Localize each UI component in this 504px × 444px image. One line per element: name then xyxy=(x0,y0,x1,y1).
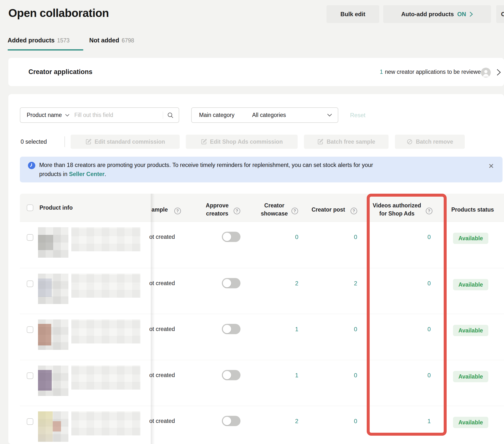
divider xyxy=(64,136,65,147)
approve-creators-toggle[interactable] xyxy=(222,416,240,426)
applications-count: 1 xyxy=(380,69,383,75)
approve-creators-toggle[interactable] xyxy=(222,370,240,380)
status-badge: Available xyxy=(453,417,488,428)
creator-showcase-count[interactable]: 1 xyxy=(262,326,298,333)
toggle-knob xyxy=(223,325,231,333)
product-image-blurred xyxy=(38,366,68,396)
creator-post-count[interactable]: 0 xyxy=(320,233,357,241)
table-row: ot created 1 0 0 Available xyxy=(20,314,504,360)
batch-remove-button[interactable]: Batch remove xyxy=(395,135,465,149)
row-checkbox[interactable] xyxy=(27,280,33,287)
input-divider xyxy=(163,111,163,119)
stock-alert-banner: More than 18 creators are promoting your… xyxy=(20,157,503,182)
status-badge: Available xyxy=(453,233,488,244)
help-icon[interactable]: ? xyxy=(234,208,240,214)
showcase-line1: Creator xyxy=(259,202,290,210)
help-icon[interactable]: ? xyxy=(426,208,432,214)
chevron-down-icon xyxy=(327,114,332,116)
tab-added-products[interactable]: Added products 1573 xyxy=(8,37,70,44)
edit-standard-commission-label: Edit standard commission xyxy=(95,139,165,145)
select-all-checkbox[interactable] xyxy=(27,204,33,211)
bulk-edit-button[interactable]: Bulk edit xyxy=(326,5,379,23)
creator-showcase-count[interactable]: 0 xyxy=(262,233,298,241)
category-label: Main category xyxy=(199,112,234,118)
column-videos-authorized: Videos authorized for Shop Ads xyxy=(371,202,423,218)
creator-post-count[interactable]: 0 xyxy=(320,326,357,333)
creator-showcase-count[interactable]: 2 xyxy=(262,280,298,287)
tab-not-added[interactable]: Not added 6798 xyxy=(89,37,134,44)
search-icon[interactable] xyxy=(167,112,174,119)
videos-line2: for Shop Ads xyxy=(371,210,423,218)
creator-post-count[interactable]: 2 xyxy=(320,280,357,287)
batch-free-sample-label: Batch free sample xyxy=(326,139,375,145)
help-icon[interactable]: ? xyxy=(174,208,181,214)
approve-creators-toggle[interactable] xyxy=(222,232,240,242)
status-badge: Available xyxy=(453,279,488,290)
help-icon[interactable]: ? xyxy=(351,208,357,214)
creator-post-count[interactable]: 0 xyxy=(320,372,357,379)
videos-authorized-count[interactable]: 0 xyxy=(394,280,431,287)
partial-cutoff-button[interactable]: C xyxy=(496,5,504,23)
table-row: ot created 1 0 0 Available xyxy=(20,360,504,406)
product-image-blurred xyxy=(38,319,68,350)
banner-close-icon[interactable]: ✕ xyxy=(488,163,494,170)
column-sample-partial: ample xyxy=(151,206,168,213)
approve-creators-toggle[interactable] xyxy=(222,324,240,334)
avatar xyxy=(481,68,491,77)
column-approve-creators: Approve creators xyxy=(203,202,231,218)
reset-button[interactable]: Reset xyxy=(350,107,365,123)
row-checkbox[interactable] xyxy=(27,418,33,425)
column-creator-post: Creator post xyxy=(312,206,345,213)
edit-icon xyxy=(317,139,324,145)
edit-icon xyxy=(201,139,207,145)
column-creator-showcase: Creator showcase xyxy=(259,202,290,218)
creator-showcase-count[interactable]: 1 xyxy=(262,372,298,379)
approve-creators-toggle[interactable] xyxy=(222,278,240,288)
seller-center-link[interactable]: Seller Center xyxy=(69,171,105,177)
sample-status: ot created xyxy=(149,279,175,287)
product-image-blurred xyxy=(38,411,68,442)
partial-button-label: C xyxy=(501,11,504,18)
videos-authorized-count[interactable]: 0 xyxy=(394,233,431,241)
edit-shop-ads-commission-label: Edit Shop Ads commission xyxy=(210,139,283,145)
product-image-blurred xyxy=(38,227,68,258)
table-row: ot created 2 2 0 Available xyxy=(20,268,504,314)
showcase-line2: showcase xyxy=(259,210,290,218)
toggle-knob xyxy=(223,371,231,379)
bulk-edit-label: Bulk edit xyxy=(341,11,365,18)
column-product-info: Product info xyxy=(39,194,72,222)
creator-post-count[interactable]: 0 xyxy=(320,418,357,425)
row-checkbox[interactable] xyxy=(27,326,33,333)
applications-chevron-right-icon[interactable] xyxy=(497,69,501,77)
sample-status: ot created xyxy=(149,325,175,333)
auto-add-products-button[interactable]: Auto-add products ON xyxy=(383,5,491,23)
sample-status: ot created xyxy=(149,233,175,240)
chevron-down-icon xyxy=(65,114,69,116)
product-text-blurred xyxy=(71,411,141,435)
banner-line1: More than 18 creators are promoting your… xyxy=(39,161,373,170)
toggle-knob xyxy=(223,233,231,241)
tab-not-added-label: Not added xyxy=(89,37,119,44)
search-field-selector[interactable]: Product name xyxy=(27,112,62,118)
videos-authorized-count[interactable]: 0 xyxy=(394,372,431,379)
creator-showcase-count[interactable]: 2 xyxy=(262,418,298,425)
product-text-blurred xyxy=(71,366,141,389)
creator-applications-card: Creator applications 1new creator applic… xyxy=(8,58,504,86)
main-category-select[interactable]: Main category All categories xyxy=(191,107,338,123)
row-checkbox[interactable] xyxy=(27,372,33,379)
selected-count: 0 selected xyxy=(21,135,47,149)
edit-shop-ads-commission-button[interactable]: Edit Shop Ads commission xyxy=(186,135,298,149)
approve-line2: creators xyxy=(203,210,231,218)
category-value: All categories xyxy=(252,112,286,118)
batch-free-sample-button[interactable]: Batch free sample xyxy=(304,135,389,149)
product-image-blurred xyxy=(38,274,68,304)
tab-added-count: 1573 xyxy=(57,37,70,44)
edit-standard-commission-button[interactable]: Edit standard commission xyxy=(71,135,180,149)
row-checkbox[interactable] xyxy=(27,234,33,241)
search-input[interactable] xyxy=(74,112,163,118)
videos-authorized-count[interactable]: 1 xyxy=(394,418,431,425)
auto-add-label: Auto-add products xyxy=(401,11,454,18)
sample-status: ot created xyxy=(149,371,175,379)
help-icon[interactable]: ? xyxy=(291,208,298,214)
videos-authorized-count[interactable]: 0 xyxy=(394,326,431,333)
